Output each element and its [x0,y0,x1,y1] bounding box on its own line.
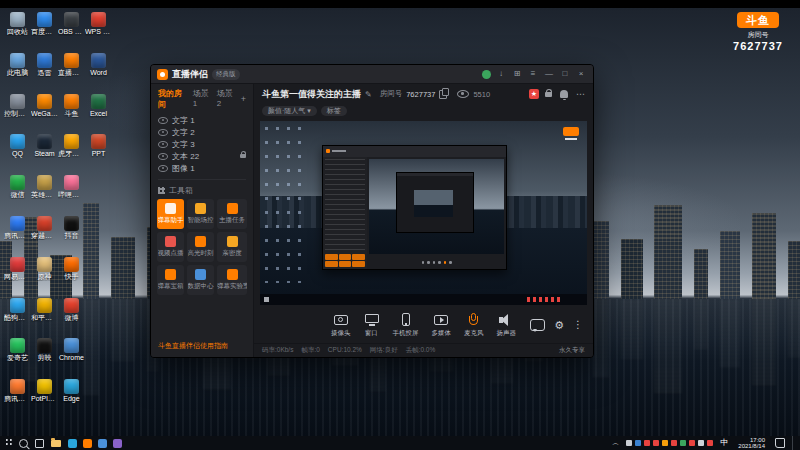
tag-button[interactable]: 标签 [321,106,347,116]
visibility-eye-icon[interactable] [158,141,168,148]
stream-preview[interactable] [260,121,587,305]
toolbar-more-icon[interactable]: ⋮ [573,319,583,331]
source-item[interactable]: 文本 22 [158,150,246,162]
source-item[interactable]: 图像 1 [158,162,246,174]
desktop-icon[interactable]: WeGame [31,94,58,135]
source-item[interactable]: 文字 2 [158,126,246,138]
desktop-icon[interactable]: 网易云音乐 [4,257,31,298]
lock-icon[interactable] [240,154,246,158]
visibility-eye-icon[interactable] [158,153,168,160]
toolbox-item[interactable]: 弹幕助手 [157,199,184,229]
tray-icon[interactable] [698,440,704,446]
action-center-icon[interactable] [775,438,785,448]
tray-icon[interactable] [707,440,713,446]
scene-tab[interactable]: 场景2 [217,88,236,110]
tray-icon[interactable] [653,440,659,446]
toolbar-button[interactable]: 手机投屏 [393,313,419,338]
category-pill[interactable]: 颜值·随人气 ▾ [262,106,317,116]
desktop-icon[interactable]: 爱奇艺 [4,338,31,379]
toolbox-item[interactable]: 高光时刻 [187,232,214,262]
scene-tab[interactable]: 我的房间 [158,88,188,110]
promo-icon[interactable]: ★ [529,89,539,99]
toolbox-item[interactable]: 数据中心 [187,265,214,295]
menu-icon[interactable]: ≡ [527,68,539,80]
source-item[interactable]: 文字 3 [158,138,246,150]
toolbar-button[interactable]: 摄像头 [331,313,351,338]
tray-icon[interactable] [680,440,686,446]
tray-icon[interactable] [662,440,668,446]
edit-title-icon[interactable]: ✎ [365,90,372,99]
desktop-icon[interactable]: Excel [85,94,112,135]
scene-tab[interactable]: 场景1 [193,88,212,110]
layout-grid-icon[interactable]: ⊞ [511,68,523,80]
minimize-button[interactable]: — [543,68,555,80]
visibility-eye-icon[interactable] [158,165,168,172]
desktop-icon[interactable]: 和平精英 [31,298,58,339]
file-explorer-icon[interactable] [51,440,61,447]
desktop-icon[interactable]: 迅雷 [31,53,58,94]
task-view-icon[interactable] [35,439,44,448]
taskbar-app-icon[interactable] [113,439,122,448]
desktop-icon[interactable]: Word [85,53,112,94]
desktop-icon[interactable]: OBS Studio [58,12,85,53]
toolbox-item[interactable]: 视频点播 [157,232,184,262]
desktop-icon[interactable]: 微博 [58,298,85,339]
desktop-icon[interactable]: 百度网盘 [31,12,58,53]
desktop-icon[interactable]: 剪映 [31,338,58,379]
toolbar-button[interactable]: 窗口 [364,313,380,338]
desktop-icon[interactable]: 英雄联盟 [31,175,58,216]
taskbar-app-icon[interactable] [98,439,107,448]
desktop-icon[interactable]: 酷狗音乐 [4,298,31,339]
close-button[interactable]: × [575,68,587,80]
desktop-icon[interactable]: PotPlayer [31,379,58,420]
desktop-icon[interactable]: QQ [4,134,31,175]
desktop-icon[interactable]: Edge [58,379,85,420]
room-lock-icon[interactable] [545,92,552,97]
show-desktop-button[interactable] [792,436,796,450]
desktop-icon[interactable]: 微信 [4,175,31,216]
desktop-icon[interactable]: 原神 [31,257,58,298]
toolbar-button[interactable]: 麦克风 [464,313,484,338]
header-more-icon[interactable]: ⋯ [576,89,585,99]
desktop-icon[interactable]: 直播伴侣 [58,53,85,94]
desktop-icon[interactable]: 穿越火线 [31,216,58,257]
tray-expand-icon[interactable]: ︿ [612,439,619,447]
desktop-icon[interactable]: 快手 [58,257,85,298]
help-guide-link[interactable]: 斗鱼直播伴侣使用指南 [151,337,253,357]
add-scene-button[interactable]: + [241,94,246,104]
tray-icon[interactable] [644,440,650,446]
visibility-eye-icon[interactable] [158,129,168,136]
danmaku-chat-icon[interactable] [530,319,545,331]
start-button[interactable] [4,439,12,447]
toolbox-item[interactable]: 亲密度 [217,232,247,262]
toolbox-item[interactable]: 主播任务 [217,199,247,229]
input-method-indicator[interactable]: 中 [720,438,728,448]
tray-icon[interactable] [635,440,641,446]
toolbox-item[interactable]: 弹幕实验室 [217,265,247,295]
taskbar-app-icon[interactable] [83,439,92,448]
notification-bell-icon[interactable] [560,90,568,98]
tray-icon[interactable] [689,440,695,446]
maximize-button[interactable]: □ [559,68,571,80]
taskbar-app-icon[interactable] [68,439,77,448]
taskbar-search-icon[interactable] [19,439,28,448]
user-avatar[interactable] [482,70,491,79]
download-icon[interactable]: ↓ [495,68,507,80]
toolbox-item[interactable]: 弹幕宝箱 [157,265,184,295]
visibility-eye-icon[interactable] [158,117,168,124]
desktop-icon[interactable]: 回收站 [4,12,31,53]
desktop-icon[interactable]: 腾讯视频 [4,379,31,420]
desktop-icon[interactable]: 此电脑 [4,53,31,94]
desktop-icon[interactable]: 虎牙直播 [58,134,85,175]
desktop-icon[interactable]: 抖音 [58,216,85,257]
tray-icon[interactable] [671,440,677,446]
desktop-icon[interactable]: Steam [31,134,58,175]
toolbar-button[interactable]: 扬声器 [497,313,517,338]
toolbar-button[interactable]: 多媒体 [432,313,452,338]
desktop-icon[interactable]: 斗鱼 [58,94,85,135]
source-item[interactable]: 文字 1 [158,114,246,126]
copy-room-icon[interactable] [439,90,447,99]
desktop-icon[interactable]: PPT [85,134,112,175]
desktop-icon[interactable]: 腾讯会议 [4,216,31,257]
settings-gear-icon[interactable]: ⚙ [554,319,564,331]
